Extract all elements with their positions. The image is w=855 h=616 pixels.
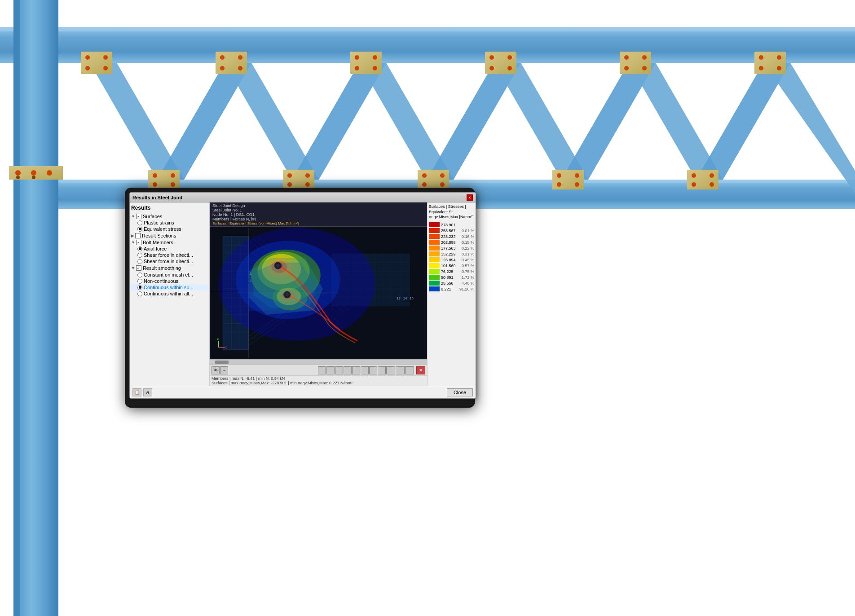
nav-btn-8[interactable] [378, 366, 386, 374]
svg-point-66 [710, 182, 714, 187]
nav-btn-1[interactable] [318, 366, 326, 374]
nav-btn-10[interactable] [396, 366, 405, 374]
tree-item-axial-force[interactable]: Axial force [131, 246, 208, 252]
svg-point-26 [171, 182, 175, 187]
label-plastic-strains: Plastic strains [144, 220, 174, 225]
nav-btn-3[interactable] [335, 366, 343, 374]
svg-point-58 [624, 55, 629, 60]
radio-axial-force[interactable] [137, 246, 142, 251]
svg-point-68 [759, 55, 763, 60]
toolbar-icon-1[interactable]: 👁 [212, 366, 220, 374]
svg-point-23 [153, 173, 157, 178]
status-line-1: Members | max N: -6.41 | min N: 0.94 kN [212, 376, 425, 381]
checkbox-result-sections[interactable] [135, 233, 141, 238]
nav-btn-2[interactable] [326, 366, 335, 374]
radio-shear-2[interactable] [137, 259, 142, 264]
svg-point-21 [103, 66, 108, 70]
svg-point-28 [220, 55, 225, 60]
legend-item-4: 177.5630.22 % [429, 246, 474, 251]
svg-point-60 [624, 66, 629, 70]
svg-point-48 [489, 55, 494, 60]
radio-equivalent-stress[interactable] [137, 227, 142, 232]
svg-point-71 [777, 66, 781, 70]
left-panel: Results ▼ ✓ Surfaces Plastic strains Equ… [130, 202, 210, 386]
right-legend-panel: Surfaces | Stresses | Equivalent St... σ… [427, 202, 476, 386]
horizontal-scrollbar[interactable] [210, 359, 427, 365]
svg-rect-57 [620, 52, 651, 74]
vp-title-line2: Steel Joint No. 1 [212, 208, 424, 212]
tree-item-continuous-surface[interactable]: Continuous within su... [131, 284, 208, 290]
tree-item-shear-2[interactable]: Shear force in directi... [131, 258, 208, 264]
label-axial-force: Axial force [144, 246, 167, 251]
svg-point-69 [777, 55, 781, 60]
radio-continuous-all[interactable] [137, 291, 142, 296]
footer-icon-2[interactable]: 🖨 [143, 388, 152, 396]
radio-shear-1[interactable] [137, 253, 142, 258]
settings-btn[interactable]: ✕ [416, 366, 425, 374]
svg-point-29 [238, 55, 242, 60]
legend-item-8: 76.2250.75 % [429, 269, 474, 274]
svg-point-64 [710, 173, 714, 178]
radio-continuous-surface[interactable] [137, 285, 142, 290]
svg-text:14: 14 [403, 296, 407, 300]
checkbox-result-smoothing[interactable]: ✓ [136, 265, 141, 271]
legend-value-2: 228.232 [441, 234, 459, 239]
label-continuous-all: Continuous within all... [144, 291, 193, 296]
svg-point-54 [575, 173, 579, 178]
label-shear-1: Shear force in directi... [144, 252, 193, 258]
tree-item-plastic-strains[interactable]: Plastic strains [131, 220, 208, 226]
svg-point-56 [575, 182, 579, 187]
svg-point-143 [276, 264, 280, 268]
svg-text:3: 3 [250, 279, 251, 282]
tree-item-surfaces[interactable]: ▼ ✓ Surfaces [131, 213, 208, 220]
radio-plastic-strains[interactable] [137, 220, 142, 225]
tree-item-constant-mesh[interactable]: Constant on mesh el... [131, 272, 208, 278]
nav-btn-5[interactable] [352, 366, 360, 374]
tree-item-result-sections[interactable]: ▶ Result Sections [131, 232, 208, 239]
legend-value-9: 50.891 [441, 275, 459, 280]
svg-text:15: 15 [410, 296, 414, 300]
svg-point-145 [285, 293, 289, 297]
checkbox-bolt-members[interactable]: ✓ [136, 240, 141, 245]
nav-btn-6[interactable] [361, 366, 369, 374]
dialog-close-button[interactable]: × [467, 194, 473, 201]
checkbox-surfaces[interactable]: ✓ [136, 214, 141, 219]
svg-point-55 [557, 182, 561, 187]
svg-rect-47 [485, 52, 516, 74]
radio-constant-mesh[interactable] [137, 273, 142, 277]
legend-item-11: 0.22191.26 % [429, 286, 474, 291]
toolbar-icon-2[interactable]: → [220, 366, 228, 374]
legend-items: 278.901253.5670.01 %228.2320.16 %202.898… [429, 222, 474, 291]
svg-point-20 [85, 66, 90, 70]
legend-value-4: 177.563 [441, 246, 459, 251]
footer-icon-1[interactable]: 📋 [132, 388, 141, 396]
legend-item-7: 101.5600.57 % [429, 263, 474, 268]
tree-item-continuous-all[interactable]: Continuous within all... [131, 290, 208, 297]
nav-btn-7[interactable] [369, 366, 377, 374]
svg-point-70 [759, 66, 763, 70]
nav-btn-9[interactable] [386, 366, 395, 374]
tree-item-equivalent-stress[interactable]: Equivalent stress [131, 226, 208, 232]
svg-point-38 [355, 55, 359, 60]
svg-point-51 [507, 66, 512, 70]
radio-non-continuous[interactable] [137, 279, 142, 284]
legend-color-3 [429, 240, 440, 245]
nav-btn-4[interactable] [344, 366, 352, 374]
svg-rect-37 [350, 52, 382, 74]
nav-btn-11[interactable] [405, 366, 414, 374]
tree-item-result-smoothing[interactable]: ▼ ✓ Result smoothing [131, 264, 208, 272]
status-bar: Members | max N: -6.41 | min N: 0.94 kN … [210, 375, 427, 386]
legend-item-2: 228.2320.16 % [429, 234, 474, 239]
tree-item-non-continuous[interactable]: Non-continuous [131, 278, 208, 284]
svg-point-61 [642, 66, 647, 70]
svg-point-19 [103, 55, 108, 60]
viewport-toolbar: 👁 → ✕ [210, 365, 427, 375]
tree-item-bolt-members[interactable]: ▼ ✓ Bolt Members [131, 239, 208, 246]
legend-pct-10: 4.40 % [459, 281, 474, 286]
legend-color-4 [429, 246, 440, 251]
close-footer-button[interactable]: Close [447, 388, 473, 396]
legend-color-0 [429, 222, 440, 227]
status-line-2: Surfaces | max σeqv,Mises,Max: -278.901 … [212, 381, 425, 385]
svg-rect-52 [552, 170, 584, 189]
tree-item-shear-1[interactable]: Shear force in directi... [131, 252, 208, 258]
